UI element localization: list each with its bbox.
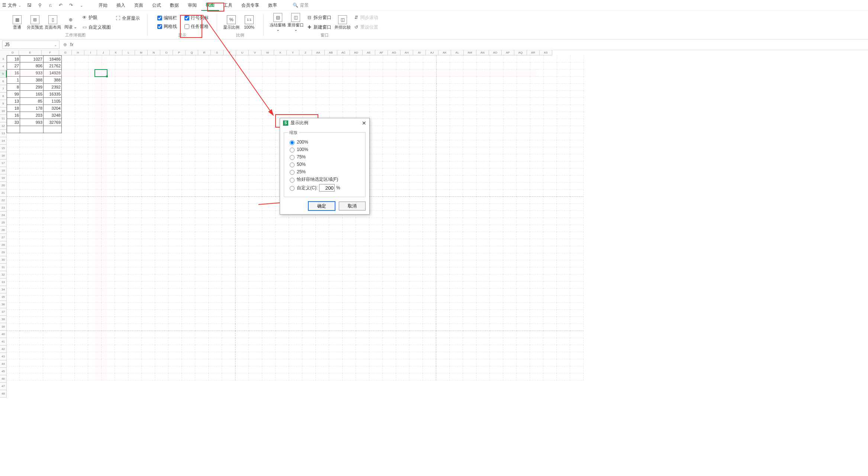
cell[interactable] — [302, 352, 316, 359]
cell[interactable] — [436, 345, 450, 352]
cell[interactable] — [182, 296, 195, 303]
cell[interactable] — [504, 98, 517, 105]
cell[interactable] — [88, 373, 102, 380]
cell[interactable] — [463, 338, 476, 345]
cell[interactable] — [102, 366, 115, 373]
cell[interactable] — [7, 168, 20, 176]
cell[interactable] — [369, 190, 383, 197]
cell[interactable] — [182, 310, 195, 317]
cell[interactable] — [182, 140, 195, 147]
cell[interactable] — [182, 211, 195, 218]
cell[interactable] — [62, 105, 75, 112]
cell[interactable] — [423, 296, 436, 303]
cell[interactable] — [409, 232, 423, 239]
cell[interactable] — [544, 119, 557, 126]
cell[interactable] — [450, 62, 463, 70]
cell[interactable] — [262, 366, 276, 373]
cell[interactable] — [209, 260, 222, 267]
cell[interactable] — [543, 345, 557, 352]
cell[interactable] — [476, 296, 490, 303]
cell[interactable] — [61, 154, 75, 161]
cell[interactable] — [409, 267, 423, 274]
cell[interactable] — [289, 239, 302, 246]
cell[interactable] — [503, 289, 517, 296]
cell[interactable] — [557, 168, 570, 176]
cell[interactable] — [409, 133, 423, 140]
cell[interactable] — [436, 296, 450, 303]
cell[interactable] — [209, 84, 222, 91]
cell[interactable] — [490, 183, 503, 190]
cell[interactable] — [61, 345, 75, 352]
cell[interactable] — [490, 105, 504, 112]
cell[interactable] — [383, 345, 396, 352]
cell[interactable] — [409, 183, 423, 190]
col-header-Q[interactable]: Q — [186, 50, 198, 55]
cell[interactable] — [530, 154, 543, 161]
cell[interactable] — [142, 246, 155, 253]
cell[interactable] — [182, 133, 195, 140]
cell[interactable] — [557, 183, 570, 190]
cell[interactable] — [20, 253, 43, 260]
cell[interactable] — [75, 154, 88, 161]
cell[interactable] — [62, 91, 75, 98]
cell[interactable] — [196, 112, 209, 119]
cell[interactable] — [543, 161, 557, 168]
cell[interactable] — [329, 289, 343, 296]
cell[interactable] — [410, 84, 423, 91]
cell[interactable] — [410, 98, 423, 105]
cell[interactable] — [129, 126, 142, 133]
cell[interactable] — [302, 324, 316, 331]
cell[interactable] — [504, 62, 517, 70]
cell[interactable] — [463, 352, 476, 359]
cell[interactable] — [543, 267, 557, 274]
cell[interactable] — [129, 105, 142, 112]
cell[interactable] — [450, 366, 463, 373]
cell[interactable] — [75, 119, 89, 126]
cell[interactable] — [503, 267, 517, 274]
cell[interactable] — [88, 168, 102, 176]
cell[interactable] — [182, 324, 195, 331]
cell[interactable] — [102, 161, 115, 168]
cell[interactable] — [209, 55, 222, 62]
cell[interactable] — [61, 211, 75, 218]
cell[interactable] — [544, 70, 557, 77]
cell[interactable] — [396, 62, 410, 70]
cell[interactable] — [356, 345, 369, 352]
cell[interactable] — [249, 147, 262, 154]
cell[interactable] — [142, 190, 155, 197]
cell[interactable] — [316, 352, 329, 359]
cell[interactable] — [75, 161, 88, 168]
cell[interactable] — [329, 373, 343, 380]
cell[interactable] — [262, 168, 276, 176]
cell[interactable] — [289, 105, 303, 112]
cell[interactable] — [570, 352, 584, 359]
cell[interactable] — [7, 345, 20, 352]
cell[interactable] — [557, 77, 570, 84]
cell[interactable] — [450, 253, 463, 260]
cell[interactable] — [262, 140, 276, 147]
cell[interactable] — [168, 176, 182, 183]
cell[interactable] — [289, 331, 302, 338]
cell[interactable] — [115, 204, 128, 211]
cell[interactable] — [316, 91, 329, 98]
cell[interactable] — [209, 282, 222, 289]
cell[interactable] — [570, 204, 584, 211]
cell[interactable] — [155, 317, 168, 324]
cell[interactable] — [410, 105, 423, 112]
cell[interactable] — [222, 296, 235, 303]
cell[interactable] — [570, 126, 584, 133]
cell[interactable] — [289, 260, 302, 267]
cell[interactable] — [316, 232, 329, 239]
cell[interactable] — [115, 239, 128, 246]
file-menu[interactable]: ☰ 文件 ⌄ — [2, 2, 21, 9]
cell[interactable] — [128, 324, 142, 331]
cell[interactable] — [530, 282, 543, 289]
cell[interactable] — [115, 310, 128, 317]
cell[interactable] — [570, 225, 584, 232]
cell[interactable] — [302, 253, 316, 260]
col-header-U[interactable]: U — [236, 50, 249, 55]
cell[interactable]: 388 — [44, 77, 62, 84]
cell[interactable] — [276, 366, 289, 373]
cell[interactable] — [249, 260, 262, 267]
cell[interactable] — [209, 105, 222, 112]
